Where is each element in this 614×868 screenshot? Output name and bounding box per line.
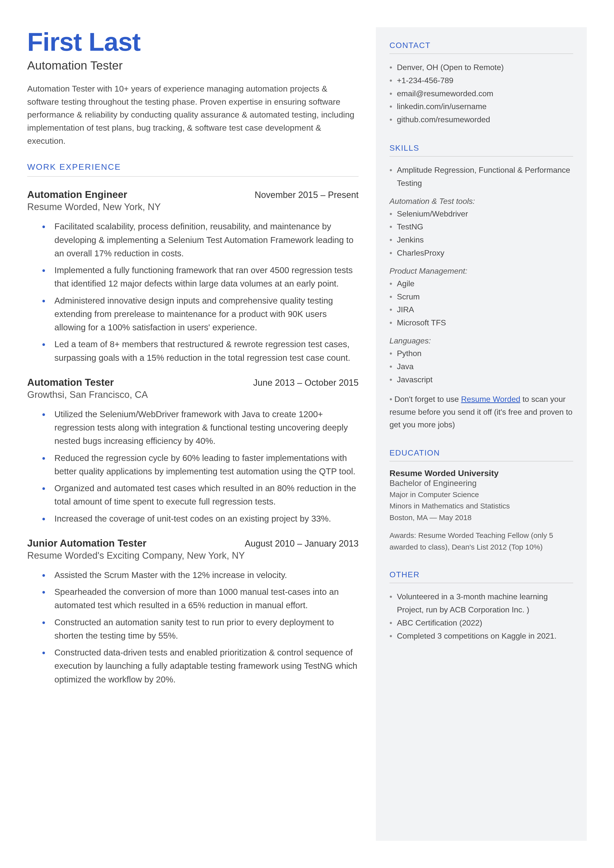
education-location: Boston, MA — May 2018 [389,512,573,523]
education-awards: Awards: Resume Worded Teaching Fellow (o… [389,530,573,553]
divider [389,583,573,583]
skill-item: Python [389,347,573,360]
job-bullet: Implemented a fully functioning framewor… [54,264,358,290]
skill-group-list: Selenium/WebdriverTestNGJenkinsCharlesPr… [389,207,573,259]
divider [27,176,358,177]
other-item: ABC Certification (2022) [389,616,573,629]
job-company: Growthsi, San Francisco, CA [27,390,358,400]
skill-group-list: AgileScrumJIRAMicrosoft TFS [389,277,573,329]
skill-item: Agile [389,277,573,290]
person-name: First Last [27,27,358,57]
contact-item: linkedin.com/in/username [389,100,573,113]
job-title: Automation Engineer [27,189,127,200]
education-block: EDUCATION Resume Worded University Bache… [389,448,573,553]
work-experience-heading: WORK EXPERIENCE [27,162,358,172]
skills-note: Don't forget to use Resume Worded to sca… [389,393,573,431]
job-company: Resume Worded, New York, NY [27,202,358,212]
job-bullet: Constructed data-driven tests and enable… [54,646,358,686]
job-bullet: Administered innovative design inputs an… [54,294,358,334]
job-company: Resume Worded's Exciting Company, New Yo… [27,550,358,561]
person-title: Automation Tester [27,59,358,72]
main-column: First Last Automation Tester Automation … [27,27,376,841]
job-bullet: Facilitated scalability, process definit… [54,220,358,260]
divider [389,156,573,157]
job-bullet: Reduced the regression cycle by 60% lead… [54,451,358,478]
skill-item: TestNG [389,220,573,233]
contact-list: Denver, OH (Open to Remote)+1-234-456-78… [389,61,573,126]
divider [389,461,573,461]
skills-heading: SKILLS [389,143,573,153]
resume-worded-link[interactable]: Resume Worded [461,394,520,404]
contact-block: CONTACT Denver, OH (Open to Remote)+1-23… [389,41,573,126]
contact-item: +1-234-456-789 [389,74,573,87]
job-bullet: Spearheaded the conversion of more than … [54,585,358,612]
education-heading: EDUCATION [389,448,573,458]
contact-heading: CONTACT [389,41,573,50]
job-bullet: Increased the coverage of unit-test code… [54,512,358,525]
job-bullets: Assisted the Scrum Master with the 12% i… [27,568,358,686]
skill-item: Javascript [389,373,573,386]
contact-item: github.com/resumeworded [389,113,573,126]
job-title: Automation Tester [27,377,114,388]
education-major: Major in Computer Science [389,489,573,500]
job-title: Junior Automation Tester [27,538,146,549]
job-bullet: Utilized the Selenium/WebDriver framewor… [54,407,358,448]
job-date: August 2010 – January 2013 [245,539,358,549]
job-bullets: Utilized the Selenium/WebDriver framewor… [27,407,358,525]
skill-group-heading: Languages: [389,336,573,345]
job-bullets: Facilitated scalability, process definit… [27,220,358,365]
education-minors: Minors in Mathematics and Statistics [389,500,573,512]
job-bullet: Constructed an automation sanity test to… [54,616,358,643]
job-bullet: Assisted the Scrum Master with the 12% i… [54,568,358,582]
job-entry: Automation Tester June 2013 – October 20… [27,377,358,525]
skill-item: JIRA [389,303,573,316]
job-bullet: Organized and automated test cases which… [54,481,358,508]
job-entry: Junior Automation Tester August 2010 – J… [27,538,358,686]
note-pre: Don't forget to use [389,394,461,404]
other-list: Volunteered in a 3-month machine learnin… [389,590,573,642]
job-bullet: Led a team of 8+ members that restructur… [54,337,358,365]
skill-group-heading: Automation & Test tools: [389,197,573,206]
education-degree: Bachelor of Engineering [389,478,573,488]
skill-item: CharlesProxy [389,247,573,259]
contact-item: Denver, OH (Open to Remote) [389,61,573,74]
other-heading: OTHER [389,570,573,579]
job-entry: Automation Engineer November 2015 – Pres… [27,189,358,365]
skill-item: Jenkins [389,233,573,247]
skill-item: Scrum [389,290,573,303]
skill-item: Java [389,360,573,373]
other-item: Completed 3 competitions on Kaggle in 20… [389,629,573,643]
sidebar: CONTACT Denver, OH (Open to Remote)+1-23… [376,27,587,841]
skill-item: Selenium/Webdriver [389,207,573,220]
summary-text: Automation Tester with 10+ years of expe… [27,82,358,147]
divider [389,53,573,54]
skills-block: SKILLS Amplitude Regression, Functional … [389,143,573,431]
skill-item: Microsoft TFS [389,316,573,329]
contact-item: email@resumeworded.com [389,87,573,100]
job-date: June 2013 – October 2015 [253,377,358,388]
skill-item: Amplitude Regression, Functional & Perfo… [389,163,573,190]
education-university: Resume Worded University [389,468,573,478]
job-date: November 2015 – Present [255,190,358,200]
other-block: OTHER Volunteered in a 3-month machine l… [389,570,573,642]
skill-group-list: PythonJavaJavascript [389,347,573,386]
skills-main: Amplitude Regression, Functional & Perfo… [389,163,573,190]
other-item: Volunteered in a 3-month machine learnin… [389,590,573,616]
skill-group-heading: Product Management: [389,267,573,276]
